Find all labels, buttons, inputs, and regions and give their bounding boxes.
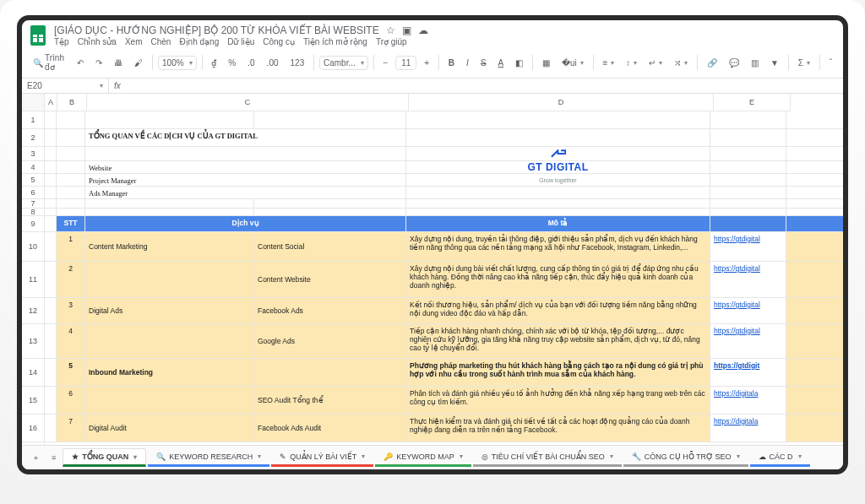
- app-icon-sheets[interactable]: [29, 24, 47, 47]
- tab-menu-caret[interactable]: ▾: [133, 453, 137, 461]
- cell-group: Content Marketing: [85, 232, 254, 261]
- cell-link[interactable]: https://gtdigital: [714, 235, 760, 243]
- table-row[interactable]: 3Digital AdsFacebook AdsKết nối thương h…: [45, 298, 843, 324]
- star-icon[interactable]: ☆: [386, 24, 395, 36]
- link-button[interactable]: 🔗: [703, 56, 721, 70]
- sheet-tab[interactable]: ◎TIÊU CHÍ VIẾT BÀI CHUẨN SEO▾: [473, 448, 622, 467]
- cell-service: Facebook Ads: [254, 298, 406, 323]
- name-box[interactable]: E20▾: [22, 79, 109, 93]
- menu-insert[interactable]: Chèn: [150, 37, 171, 46]
- cell-link[interactable]: https://digitala: [714, 389, 758, 398]
- sheet-tabs: ＋ ≡ ★TỔNG QUAN▾🔍KEYWORD RESEARCH▾✎QUẢN L…: [22, 445, 843, 469]
- tab-icon: ✎: [280, 453, 286, 461]
- tab-icon: ◎: [481, 453, 488, 461]
- cell-group: [85, 387, 254, 414]
- increase-decimal-button[interactable]: .00: [263, 56, 283, 70]
- valign-button[interactable]: ↕▾: [622, 56, 641, 70]
- sheet-tab[interactable]: ★TỔNG QUAN▾: [63, 448, 146, 467]
- menu-help[interactable]: Trợ giúp: [376, 37, 407, 46]
- tab-label: TỔNG QUAN: [82, 453, 128, 461]
- cloud-status-icon[interactable]: ☁: [418, 24, 428, 36]
- table-row[interactable]: 4Google AdsTiếp cận khách hàng nhanh chó…: [45, 324, 843, 359]
- tab-icon: ★: [72, 453, 79, 461]
- tab-label: CÔNG CỤ HỖ TRỢ SEO: [645, 453, 732, 461]
- column-headers[interactable]: A B C D E: [45, 94, 843, 111]
- font-size-minus[interactable]: −: [379, 56, 393, 70]
- table-row[interactable]: 1Content MarketingContent SocialXây dựng…: [45, 232, 843, 262]
- cell-service: Facebook Ads Audit: [254, 415, 406, 442]
- add-sheet-button[interactable]: ＋: [27, 449, 45, 467]
- select-all-corner[interactable]: [22, 94, 44, 111]
- row-headers[interactable]: 12 3 4 5 6 7 8 9 10 11 12 13 14 15 16: [22, 94, 45, 445]
- menu-tools[interactable]: Công cụ: [263, 37, 295, 46]
- search-menu[interactable]: 🔍 Trình đơ: [29, 51, 69, 74]
- decrease-decimal-button[interactable]: .0: [243, 56, 258, 70]
- cell-desc: Xây dựng nội dung, truyền tải thông điệp…: [406, 232, 710, 261]
- doc-title[interactable]: [GIÁO DỤC - HƯỚNG NGHIỆP] BỘ 200 TỪ KHÓA…: [54, 24, 379, 36]
- all-sheets-button[interactable]: ≡: [46, 450, 61, 465]
- font-size[interactable]: 11: [395, 56, 416, 70]
- comment-button[interactable]: 💬: [725, 56, 743, 70]
- table-row[interactable]: 7Digital AuditFacebook Ads AuditThực hiệ…: [45, 415, 843, 442]
- functions-button[interactable]: Σ ▾: [794, 56, 814, 70]
- chart-button[interactable]: ▥: [747, 56, 763, 70]
- sheet-tab[interactable]: 🔑KEYWORD MAP▾: [375, 448, 471, 467]
- cell-desc: Thực hiện kiểm tra và đánh giá chi tiết …: [406, 415, 710, 442]
- table-row[interactable]: 2Content WebsiteXây dựng nội dung bài vi…: [45, 262, 843, 298]
- undo-button[interactable]: ↶: [73, 56, 88, 70]
- sheet-tab[interactable]: 🔧CÔNG CỤ HỖ TRỢ SEO▾: [623, 448, 748, 467]
- tab-menu-caret[interactable]: ▾: [798, 453, 802, 460]
- merge-button[interactable]: �ui ▾: [558, 56, 588, 70]
- collapse-toolbar-button[interactable]: ˆ: [825, 56, 836, 70]
- sheet-tab[interactable]: ☁CÁC D▾: [750, 448, 810, 467]
- percent-button[interactable]: %: [224, 56, 240, 70]
- menu-file[interactable]: Tệp: [54, 37, 69, 46]
- move-folder-icon[interactable]: ▣: [402, 24, 411, 36]
- redo-button[interactable]: ↷: [91, 56, 106, 70]
- menu-extensions[interactable]: Tiện ích mở rộng: [303, 37, 367, 46]
- paint-format-button[interactable]: 🖌: [130, 56, 147, 70]
- table-row[interactable]: 6SEO Audit Tổng thểPhân tích và đánh giá…: [45, 387, 843, 415]
- fill-color-button[interactable]: ◧: [511, 56, 527, 70]
- cell-service: Content Website: [254, 262, 406, 297]
- font-select[interactable]: Cambr... ▾: [319, 56, 368, 70]
- cell-desc: Xây dựng nội dung bài viết chất lượng, c…: [406, 262, 710, 297]
- cell-service: Content Social: [254, 232, 406, 261]
- spreadsheet-grid[interactable]: TỔNG QUAN VỀ CÁC DỊCH VỤ CỦA GT DIGITAL …: [45, 111, 843, 442]
- print-button[interactable]: 🖶: [110, 56, 127, 70]
- tab-menu-caret[interactable]: ▾: [737, 453, 740, 460]
- bold-button[interactable]: B: [444, 56, 459, 70]
- number-format-button[interactable]: 123: [286, 56, 309, 70]
- cell-link[interactable]: https://gtdigital: [714, 264, 760, 273]
- cell-link[interactable]: https://gtdigital: [714, 327, 760, 335]
- sheet-tab[interactable]: ✎QUẢN LÝ BÀI VIẾT▾: [271, 448, 373, 467]
- tab-menu-caret[interactable]: ▾: [460, 453, 463, 460]
- sheet-tab[interactable]: 🔍KEYWORD RESEARCH▾: [148, 448, 269, 467]
- menu-format[interactable]: Định dạng: [179, 37, 219, 46]
- zoom-select[interactable]: 100% ▾: [158, 56, 197, 70]
- wrap-button[interactable]: ↵▾: [645, 56, 666, 70]
- tab-menu-caret[interactable]: ▾: [610, 453, 613, 460]
- currency-button[interactable]: ₫: [207, 56, 220, 70]
- borders-button[interactable]: ▦: [538, 56, 554, 70]
- strike-button[interactable]: S: [476, 56, 491, 70]
- cell-link[interactable]: https://digitala: [714, 417, 758, 425]
- menu-data[interactable]: Dữ liệu: [227, 37, 254, 46]
- cell-service: SEO Audit Tổng thể: [254, 387, 406, 414]
- menu-view[interactable]: Xem: [125, 37, 143, 46]
- cell-link[interactable]: https://gtdigit: [714, 361, 759, 370]
- text-color-button[interactable]: A: [494, 56, 509, 70]
- tab-menu-caret[interactable]: ▾: [258, 453, 261, 460]
- logo: [406, 147, 710, 160]
- rotate-button[interactable]: ⤭▾: [670, 56, 692, 70]
- tab-menu-caret[interactable]: ▾: [362, 453, 365, 460]
- main-menu[interactable]: Tệp Chỉnh sửa Xem Chèn Định dạng Dữ liệu…: [54, 37, 428, 46]
- halign-button[interactable]: ≡▾: [599, 56, 619, 70]
- menu-edit[interactable]: Chỉnh sửa: [78, 37, 117, 46]
- tab-label: KEYWORD RESEARCH: [169, 453, 253, 461]
- italic-button[interactable]: I: [462, 56, 473, 70]
- table-row[interactable]: 5Inbound MarketingPhương pháp marketing …: [45, 359, 843, 387]
- cell-link[interactable]: https://gtdigital: [714, 301, 760, 309]
- font-size-plus[interactable]: +: [420, 56, 433, 70]
- filter-button[interactable]: ▼: [766, 56, 783, 70]
